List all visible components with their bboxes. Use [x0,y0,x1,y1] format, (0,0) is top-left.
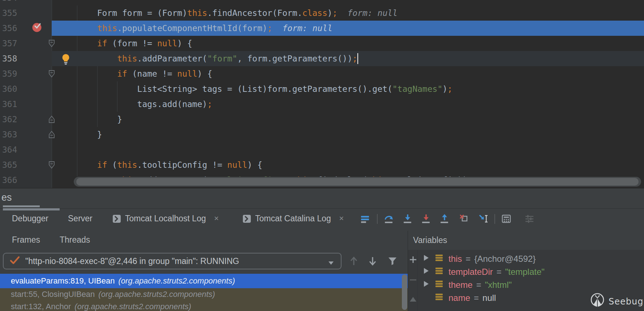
frame-package: (org.apache.struts2.components) [98,290,215,299]
line-number: 366 [2,172,17,188]
seebug-watermark: Seebug [590,293,643,311]
editor-line-361[interactable]: 361 tags.add(name); [0,97,644,112]
debugger-inline-hint: form: null [348,8,398,18]
code-text: if (name != null) { [57,66,212,81]
line-number: 362 [2,112,17,127]
layout-settings-icon[interactable] [524,213,535,224]
editor-line-360[interactable]: 360 List<String> tags = (List)form.getPa… [0,81,644,97]
stack-frames-list: evaluateParams:819, UIBean(org.apache.st… [0,274,408,311]
remove-icon[interactable] [409,276,417,284]
code-text: List<String> tags = (List)form.getParame… [57,81,452,97]
editor-line-364[interactable]: 364 [0,142,644,157]
expand-arrow-icon[interactable] [422,267,430,277]
tab-frames[interactable]: Frames [12,231,40,249]
close-tab-icon[interactable]: ✕ [214,215,219,222]
editor-horizontal-scrollbar[interactable] [74,177,641,187]
expand-arrow-icon[interactable] [422,280,430,290]
editor-line-355[interactable]: 355 Form form = (Form)this.findAncestor(… [0,5,644,21]
variable-value: "template" [505,267,545,277]
fold-marker-icon[interactable] [48,115,55,125]
variables-title: Variables [413,231,447,250]
frames-threads-tabbar: FramesThreads [0,231,408,251]
fold-marker-icon[interactable] [48,39,55,49]
line-number: 355 [2,5,17,21]
editor-line-359[interactable]: 359 if (name != null) { [0,66,644,81]
variables-side-toolbar [408,250,418,311]
fold-marker-icon[interactable] [48,130,55,140]
fold-marker-icon[interactable] [48,161,55,171]
frames-active-underline [3,205,40,207]
tab-tomcat-catalina-log[interactable]: Tomcat Catalina Log✕ [243,209,344,229]
variable-value: "xhtml" [485,280,512,290]
editor-line-358[interactable]: 358 this.addParameter("form", form.getPa… [0,51,644,66]
line-number: 364 [2,142,17,157]
stack-frame-row[interactable]: start:55, ClosingUIBean(org.apache.strut… [0,288,408,301]
fold-marker-icon[interactable] [48,69,55,80]
code-text: } [57,127,102,142]
frame-package: (org.apache.struts2.components) [74,302,191,311]
scrollbar-thumb[interactable] [76,178,639,186]
editor-line-354[interactable]: 354 [0,0,644,5]
code-editor[interactable]: 354355 Form form = (Form)this.findAncest… [0,0,644,188]
code-text: Form form = (Form)this.findAncestor(Form… [57,5,398,21]
variable-icon [435,293,443,303]
tab-debugger[interactable]: Debugger [12,209,48,229]
equals-sign: = [465,254,471,264]
code-text: if (form != null) { [57,36,192,51]
show-execution-point-icon[interactable] [360,213,370,224]
breakpoint-icon[interactable] [32,22,43,34]
code-text: this.populateComponentHtmlId(form);form:… [57,21,332,36]
line-number: 357 [2,36,17,51]
move-up-icon[interactable] [409,295,417,303]
editor-line-362[interactable]: 362 } [0,112,644,127]
line-number: 356 [2,21,17,36]
editor-line-357[interactable]: 357 if (form != null) { [0,36,644,51]
step-out-icon[interactable] [439,213,450,224]
add-icon[interactable] [409,256,417,264]
variable-value: null [482,293,496,303]
toolbar-separator [494,214,495,224]
tab-server[interactable]: Server [68,209,93,229]
tab-label: Tomcat Localhost Log [125,214,206,223]
equals-sign: = [497,267,502,277]
active-tab-underline [3,208,60,210]
frame-method: start:132, Anchor [11,302,71,311]
stack-frame-row[interactable]: evaluateParams:819, UIBean(org.apache.st… [0,274,408,288]
debug-tab-bar: DebuggerServerTomcat Localhost Log✕Tomca… [0,209,644,231]
variable-row-templateDir[interactable]: templateDir="template" [417,265,641,278]
editor-line-356[interactable]: 356 this.populateComponentHtmlId(form);f… [0,21,644,36]
tab-label: Tomcat Catalina Log [255,214,331,223]
filter-icon[interactable] [387,256,398,267]
equals-sign: = [476,280,481,290]
evaluate-expression-icon[interactable] [501,213,512,224]
force-step-into-icon[interactable] [421,213,432,224]
text-caret [357,53,358,64]
close-tab-icon[interactable]: ✕ [339,215,344,222]
stack-frame-row[interactable]: start:132, Anchor(org.apache.struts2.com… [0,301,408,311]
thread-selector-dropdown[interactable]: "http-nio-8084-exec-8"@2,446 in group "m… [3,253,342,269]
frame-package: (org.apache.struts2.components) [118,276,235,286]
line-number: 359 [2,66,17,81]
tab-tomcat-localhost-log[interactable]: Tomcat Localhost Log✕ [113,209,219,229]
step-over-icon[interactable] [383,213,394,224]
line-number: 365 [2,157,17,172]
variable-row-this[interactable]: this={Anchor@4592} [417,252,641,265]
frame-down-icon[interactable] [367,256,378,267]
variable-row-theme[interactable]: theme="xhtml" [417,278,641,291]
step-into-icon[interactable] [402,213,413,224]
editor-line-365[interactable]: 365 if (this.tooltipConfig != null) { [0,157,644,172]
tab-label: Debugger [12,214,48,223]
frames-scrollbar-thumb[interactable] [402,274,407,310]
debugger-inline-hint: form: null [282,24,332,33]
chevron-down-icon[interactable] [328,260,334,267]
editor-line-363[interactable]: 363 } [0,127,644,142]
expand-arrow-icon[interactable] [422,254,430,264]
drop-frame-icon[interactable] [459,213,469,224]
code-text: } [57,112,122,127]
tab-threads[interactable]: Threads [60,231,90,249]
variable-name: theme [448,280,473,290]
equals-sign: = [474,293,479,303]
code-text: this.addParameter("form", form.getParame… [57,51,357,66]
run-to-cursor-icon[interactable] [478,213,489,224]
frame-up-icon[interactable] [348,256,359,267]
